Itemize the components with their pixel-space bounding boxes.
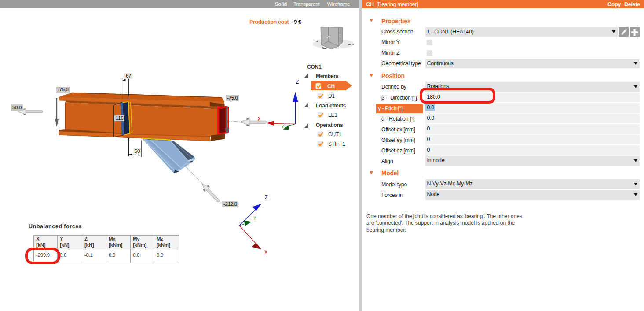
svg-text:X: X: [264, 250, 267, 256]
svg-text:Y: Y: [282, 124, 285, 130]
svg-text:X: X: [258, 116, 261, 122]
svg-text:Y: Y: [253, 216, 256, 221]
svg-text::: :: [340, 33, 341, 37]
svg-text:Z: Z: [265, 195, 268, 201]
svg-text:-Y: -Y: [327, 35, 331, 40]
svg-text:Z: Z: [296, 79, 299, 85]
